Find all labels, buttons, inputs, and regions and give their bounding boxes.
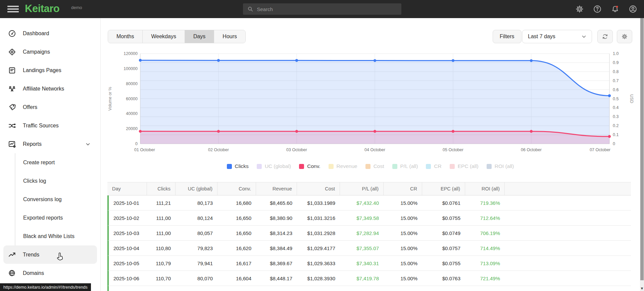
legend-item-conv-[interactable]: Conv. xyxy=(299,163,320,169)
cell-epc-all-: $0.0763 xyxy=(422,276,465,281)
legend-item-cost[interactable]: Cost xyxy=(365,163,384,169)
svg-text:0.1: 0.1 xyxy=(613,132,618,137)
trends-icon xyxy=(8,251,16,259)
status-url-bar: https://demo.keitaro.io/admin/#!/trends/… xyxy=(0,283,91,291)
sidebar-item-domains[interactable]: Domains xyxy=(0,264,100,282)
column-header-filler xyxy=(505,182,631,195)
sidebar-item-campaigns[interactable]: Campaigns xyxy=(0,43,100,61)
hamburger-menu-icon[interactable] xyxy=(7,4,19,14)
legend-item-roi-all-[interactable]: ROI (all) xyxy=(487,163,514,169)
cell-p-l-all-: $7,432.40 xyxy=(340,200,384,206)
user-profile-icon[interactable] xyxy=(629,5,637,13)
svg-text:0.4: 0.4 xyxy=(613,105,618,110)
sidebar-item-offers[interactable]: sOffers xyxy=(0,98,100,116)
cell-uc-global-: 80,057 xyxy=(176,230,217,236)
legend-item-revenue[interactable]: Revenue xyxy=(329,163,357,169)
sidebar-item-traffic-sources[interactable]: Traffic Sources xyxy=(0,116,100,135)
sidebar-item-affiliate-networks[interactable]: Affiliate Networks xyxy=(0,79,100,98)
column-header-cr: CR xyxy=(384,182,422,195)
sidebar-subitem-clicks-log[interactable]: Clicks log xyxy=(15,172,100,190)
column-header-epc-all-: EPC (all) xyxy=(422,182,465,195)
sidebar-item-reports[interactable]: Reports xyxy=(0,135,100,153)
legend-swatch xyxy=(392,164,397,169)
legend-item-epc-all-[interactable]: EPC (all) xyxy=(450,163,479,169)
legend-item-cr[interactable]: CR xyxy=(426,163,441,169)
legend-item-p-l-all-[interactable]: P/L (all) xyxy=(392,163,418,169)
chevron-down-icon xyxy=(581,34,587,40)
sidebar-subitem-black-and-white-lists[interactable]: Black and White Lists xyxy=(15,227,100,245)
cell-cr: 15.00% xyxy=(384,200,422,206)
cell-cr: 15.00% xyxy=(384,230,422,236)
trends-table: DayClicksUC (global)Conv.RevenueCostP/L … xyxy=(107,182,631,291)
settings-gear-icon[interactable] xyxy=(575,5,584,13)
legend-swatch xyxy=(487,164,492,169)
search-input[interactable] xyxy=(257,6,397,12)
column-header-cost: Cost xyxy=(297,182,340,195)
legend-label: CR xyxy=(434,163,441,169)
cell-clicks: 111,00 xyxy=(147,215,176,221)
legend-label: P/L (all) xyxy=(400,163,418,169)
sidebar-item-label: Landings Pages xyxy=(23,67,100,73)
cell-p-l-all-: $7,282.94 xyxy=(340,230,384,236)
sidebar-item-landings-pages[interactable]: Landings Pages xyxy=(0,61,100,79)
cell-uc-global-: 80,173 xyxy=(176,200,217,206)
cell-clicks: 110,80 xyxy=(147,245,176,251)
cell-uc-global-: 80,070 xyxy=(176,276,217,281)
legend-item-uc-global-[interactable]: UC (global) xyxy=(257,163,291,169)
legend-swatch xyxy=(257,164,262,169)
scroll-down-arrow-icon[interactable]: ▼ xyxy=(640,286,644,290)
dashboard-icon xyxy=(8,30,16,38)
table-row: 2025-10-06110,7080,07016,604$8,448.17$1,… xyxy=(107,271,631,286)
affiliate-networks-icon xyxy=(8,85,16,93)
cell-roi-all-: 714.49% xyxy=(465,245,505,251)
domains-icon xyxy=(8,269,16,277)
sidebar-subitem-conversions-log[interactable]: Conversions log xyxy=(15,190,100,209)
cell-epc-all-: $0.0755 xyxy=(422,215,465,221)
svg-text:USD: USD xyxy=(629,94,634,103)
table-row: 2025-10-0744,4044,4576,663$1,233.94$527.… xyxy=(107,286,631,291)
cell-cost: $1,031.2928 xyxy=(297,230,340,236)
sidebar-subitem-create-report[interactable]: Create report xyxy=(15,153,100,172)
notification-dot xyxy=(616,6,618,8)
sidebar-subitem-exported-reports[interactable]: Exported reports xyxy=(15,209,100,227)
table-row: 2025-10-03111,0080,05716,650$8,314.23$1,… xyxy=(107,226,631,241)
legend-item-clicks[interactable]: Clicks xyxy=(227,163,249,169)
svg-text:0.3: 0.3 xyxy=(613,114,618,119)
svg-text:03 October: 03 October xyxy=(286,148,307,152)
brand-logo: Keitaro xyxy=(25,3,59,15)
scrollbar-thumb[interactable] xyxy=(640,18,644,280)
cell-revenue: $8,465.60 xyxy=(256,200,297,206)
sidebar-item-label: Traffic Sources xyxy=(23,123,100,129)
table-row: 2025-10-02111,0080,12416,650$8,380.90$1,… xyxy=(107,211,631,226)
offers-icon: s xyxy=(8,103,16,111)
search-bar[interactable] xyxy=(243,3,401,15)
cell-conv-: 16,650 xyxy=(217,230,256,236)
environment-label: demo xyxy=(71,5,82,10)
gear-icon xyxy=(621,33,628,40)
help-icon[interactable] xyxy=(593,5,602,13)
cell-roi-all-: 712.64% xyxy=(465,215,505,221)
cell-conv-: 16,604 xyxy=(217,276,256,281)
cell-conv-: 16,650 xyxy=(217,215,256,221)
svg-text:07 October: 07 October xyxy=(590,148,610,152)
cell-cost: $1,028.3930 xyxy=(297,276,340,281)
svg-text:s: s xyxy=(11,107,12,109)
column-header-revenue: Revenue xyxy=(256,182,297,195)
legend-label: EPC (all) xyxy=(458,163,479,169)
svg-text:06 October: 06 October xyxy=(521,148,542,152)
legend-label: Cost xyxy=(374,163,384,169)
cell-epc-all-: $0.0757 xyxy=(422,245,465,251)
legend-label: Clicks xyxy=(235,163,249,169)
column-header-conv-: Conv. xyxy=(217,182,256,195)
page-scrollbar[interactable]: ▼ xyxy=(640,18,644,291)
svg-text:0.8: 0.8 xyxy=(613,69,618,74)
svg-text:02 October: 02 October xyxy=(208,148,229,152)
cell-roi-all-: 713.09% xyxy=(465,260,505,266)
notifications-bell-icon[interactable] xyxy=(611,5,620,13)
top-bar: Keitaro demo xyxy=(0,0,644,18)
svg-text:0.9: 0.9 xyxy=(613,60,618,65)
sidebar-item-trends[interactable]: Trends xyxy=(3,245,97,264)
sidebar-item-dashboard[interactable]: Dashboard xyxy=(0,24,100,43)
cell-cost: $1,029.3633 xyxy=(297,260,340,266)
svg-text:100000: 100000 xyxy=(123,66,138,71)
